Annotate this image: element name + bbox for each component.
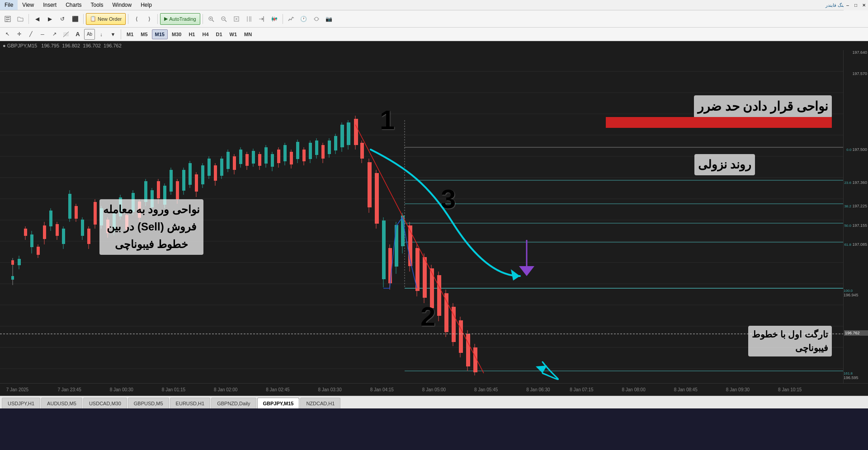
new-order-button[interactable]: 📋 New Order [86, 13, 126, 25]
price-197155-fib: 50.0 197.155 [844, 223, 867, 228]
new-chart-button[interactable] [2, 13, 14, 25]
autotrading-label: AutoTrading [169, 16, 196, 22]
candlestick-button[interactable] [269, 13, 280, 25]
menu-insert[interactable]: Insert [38, 0, 61, 10]
forward2-button[interactable]: ⟩ [143, 13, 155, 25]
tab-gbpnzd-daily[interactable]: GBPNZD,Daily [211, 398, 256, 408]
minimize-button[interactable]: – [844, 0, 852, 10]
timeframe-m15[interactable]: M15 [152, 29, 168, 39]
timeframe-mn[interactable]: MN [241, 29, 255, 39]
screenshot-button[interactable]: 📷 [323, 13, 335, 25]
autotrading-button[interactable]: ▶ AutoTrading [160, 13, 200, 25]
indicators-button[interactable] [285, 13, 297, 25]
timeframe-h4[interactable]: H4 [199, 29, 212, 39]
price-197500-fib: 0.0 197.500 [846, 147, 867, 152]
trend-line-tool[interactable]: ↗ [49, 29, 60, 40]
main-toolbar: ◀ ▶ ↺ ⬛ 📋 New Order ⟨ ⟩ ▶ AutoTrading [0, 10, 868, 28]
window-controls: – □ ✕ [844, 0, 868, 10]
maximize-button[interactable]: □ [852, 0, 860, 10]
timeframe-d1[interactable]: D1 [213, 29, 226, 39]
menu-charts[interactable]: Charts [61, 0, 86, 10]
tab-bar: USDJPY,H1 AUDUSD,M5 USDCAD,M30 GBPUSD,M5… [0, 396, 868, 408]
time-8jan0200: 8 Jan 02:00 [214, 387, 237, 392]
more-tools[interactable]: ▼ [108, 29, 118, 40]
drawing-toolbar: ↖ ✛ ╱ ─ ↗ A Ab ↓ ▼ M1 M5 M15 M30 H1 H4 D… [0, 28, 868, 41]
objects-button[interactable] [311, 13, 322, 25]
chart-shift-button[interactable] [256, 13, 268, 25]
cursor-tool[interactable]: ↖ [2, 29, 13, 40]
period-separators-button[interactable] [243, 13, 255, 25]
chart-canvas[interactable] [0, 50, 843, 383]
timeframe-m1[interactable]: M1 [123, 29, 137, 39]
fit-button[interactable] [231, 13, 242, 25]
toolbar-separator-2 [83, 14, 84, 24]
time-8jan0845: 8 Jan 08:45 [674, 387, 698, 392]
time-7jan2025: 7 Jan 2025 [6, 387, 29, 392]
tab-gbpjpy-m15[interactable]: GBPJPY,M15 [257, 398, 300, 408]
open-button[interactable] [14, 13, 26, 25]
chart-area[interactable]: 1 2 3 نواحی قرار دادن حد ضرر نواحی ورود … [0, 50, 868, 383]
back-button[interactable]: ◀ [31, 13, 43, 25]
label-number-2: 2 [420, 301, 435, 332]
time-8jan0330: 8 Jan 03:30 [318, 387, 341, 392]
svg-line-2 [212, 20, 214, 22]
time-8jan0415: 8 Jan 04:15 [370, 387, 394, 392]
history-button[interactable]: ⟨ [131, 13, 142, 25]
svg-rect-18 [272, 18, 274, 20]
tab-usdjpy-h1[interactable]: USDJPY,H1 [2, 398, 40, 408]
time-8jan0245: 8 Jan 02:45 [266, 387, 289, 392]
stop-button[interactable]: ⬛ [69, 13, 81, 25]
menu-view[interactable]: View [18, 0, 38, 10]
time-8jan0115: 8 Jan 01:15 [162, 387, 185, 392]
menu-file[interactable]: File [0, 0, 18, 10]
tab-nzdcad-h1[interactable]: NZDCAD,H1 [300, 398, 340, 408]
toolbar-separator-6 [283, 14, 283, 24]
tab-audusd-m5[interactable]: AUDUSD,M5 [41, 398, 82, 408]
forward-button[interactable]: ▶ [44, 13, 56, 25]
price-197225-fib: 38.2 197.225 [844, 204, 867, 208]
timeframe-m30[interactable]: M30 [169, 29, 184, 39]
svg-rect-22 [275, 18, 277, 19]
fib-tool[interactable] [61, 29, 71, 40]
new-order-label: New Order [98, 16, 122, 22]
close-button[interactable]: ✕ [860, 0, 868, 10]
time-8jan0030: 8 Jan 00:30 [110, 387, 133, 392]
timeframe-h1[interactable]: H1 [185, 29, 198, 39]
autotrading-icon: ▶ [164, 16, 168, 22]
price-197085-fib: 61.8 197.085 [844, 242, 867, 247]
new-order-icon: 📋 [90, 16, 96, 22]
timeframe-m5[interactable]: M5 [137, 29, 151, 39]
price-197360-fib: 23.6 197.360 [844, 180, 867, 185]
menu-window[interactable]: Window [108, 0, 137, 10]
line-tool[interactable]: ╱ [25, 29, 36, 40]
time-zones-button[interactable]: 🕐 [298, 13, 310, 25]
current-price-label: 196.762 [844, 330, 868, 336]
tab-eurusd-h1[interactable]: EURUSD,H1 [170, 398, 211, 408]
refresh-button[interactable]: ↺ [57, 13, 68, 25]
menu-tools[interactable]: Tools [86, 0, 108, 10]
price-196945-fib: 100.0 196.945 [844, 288, 867, 297]
svg-rect-20 [274, 18, 275, 20]
label-number-3: 3 [441, 183, 456, 215]
zoom-in-button[interactable] [205, 13, 217, 25]
chart-symbol-timeframe: ● GBPJPY,M15 196.795 196.802 196.702 196… [3, 43, 122, 48]
stop-loss-box [606, 117, 832, 128]
svg-line-6 [225, 20, 226, 22]
tab-gbpusd-m5[interactable]: GBPUSD,M5 [128, 398, 169, 408]
label-tool[interactable]: Ab [84, 29, 95, 40]
toolbar-separator-5 [203, 14, 203, 24]
time-8jan0500: 8 Jan 05:00 [422, 387, 446, 392]
chart-info-bar: ● GBPJPY,M15 196.795 196.802 196.702 196… [0, 41, 868, 50]
menu-help[interactable]: Help [136, 0, 156, 10]
tab-usdcad-m30[interactable]: USDCAD,M30 [83, 398, 127, 408]
text-tool[interactable]: A [72, 29, 83, 40]
time-8jan0630: 8 Jan 06:30 [526, 387, 550, 392]
horizontal-line-tool[interactable]: ─ [37, 29, 48, 40]
zoom-out-button[interactable] [218, 13, 230, 25]
arrow-tool[interactable]: ↓ [96, 29, 107, 40]
price-scale-panel: 197.640 197.570 0.0 197.500 23.6 197.360… [843, 50, 868, 383]
toolbar-separator-4 [157, 14, 158, 24]
timeframe-w1[interactable]: W1 [226, 29, 241, 39]
time-8jan0715: 8 Jan 07:15 [570, 387, 593, 392]
crosshair-tool[interactable]: ✛ [14, 29, 24, 40]
